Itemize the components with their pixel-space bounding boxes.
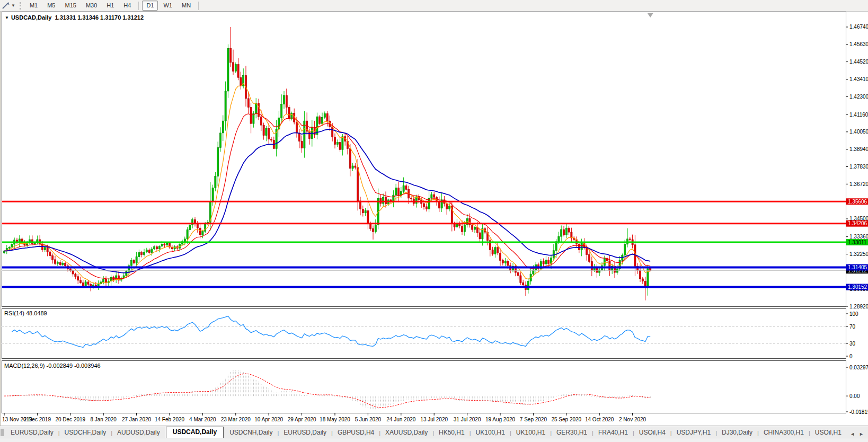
tab-eurusd-daily[interactable]: EURUSD,Daily (6, 428, 58, 438)
tab-usdcnh-daily[interactable]: USDCNH,Daily (225, 428, 277, 438)
svg-text:0.032972: 0.032972 (849, 365, 868, 370)
svg-text:1.46740: 1.46740 (849, 24, 868, 30)
svg-text:1.44520: 1.44520 (849, 59, 868, 65)
svg-text:4 Mar 2020: 4 Mar 2020 (189, 417, 216, 422)
tab-usdjpy-h1[interactable]: USDJPY,H1 (672, 428, 715, 438)
svg-text:1.32250: 1.32250 (849, 251, 868, 257)
timeframe-button-W1[interactable]: W1 (159, 1, 176, 11)
main-panel-border (2, 12, 846, 306)
svg-text:14 Oct 2020: 14 Oct 2020 (585, 417, 614, 422)
svg-text:70: 70 (849, 324, 856, 330)
chart-tabs: EURUSD,Daily|USDCHF,Daily|AUDUSD,DailyUS… (6, 427, 846, 438)
svg-text:1.43410: 1.43410 (849, 76, 868, 82)
svg-text:0.00: 0.00 (849, 393, 860, 399)
svg-text:25 Sep 2020: 25 Sep 2020 (551, 417, 581, 422)
tab-scroll-right-icon[interactable]: ► (859, 431, 864, 437)
svg-text:7 Sep 2020: 7 Sep 2020 (520, 417, 547, 422)
tab-usdchf-daily[interactable]: USDCHF,Daily (60, 428, 111, 438)
window-left-edge (0, 11, 1, 426)
timeframe-button-M30[interactable]: M30 (82, 1, 101, 11)
timeframe-button-M15[interactable]: M15 (60, 1, 80, 11)
svg-text:100: 100 (849, 311, 858, 317)
date-axis[interactable]: 13 Nov 20192 Dec 201920 Dec 20198 Jan 20… (2, 413, 646, 422)
chart-tabbar: EURUSD,Daily|USDCHF,Daily|AUDUSD,DailyUS… (0, 426, 868, 438)
level-price-tag-1.34206: 1.34206 (846, 220, 868, 227)
svg-text:18 May 2020: 18 May 2020 (320, 417, 350, 422)
svg-text:1.34206: 1.34206 (848, 220, 867, 226)
level-price-tag-1.30152: 1.30152 (846, 284, 868, 290)
trendline-tool-icon[interactable] (1, 2, 11, 10)
price-axis[interactable]: 1.467401.456301.445201.434101.423001.411… (846, 24, 868, 414)
chart-canvas[interactable]: 1.467401.456301.445201.434101.423001.411… (0, 0, 868, 426)
level-price-tag-1.31405: 1.31405 (846, 264, 868, 271)
timeframe-button-H1[interactable]: H1 (102, 1, 118, 11)
svg-text:1.35606: 1.35606 (848, 199, 867, 205)
chart-title: ▼USDCAD,Daily 1.31331 1.31346 1.31170 1.… (5, 14, 144, 21)
tab-dj30-daily[interactable]: DJ30,Daily (717, 428, 757, 438)
tab-hk50-h1[interactable]: HK50,H1 (434, 428, 470, 438)
svg-text:1.36720: 1.36720 (849, 181, 868, 187)
svg-text:1.33011: 1.33011 (848, 240, 867, 245)
tab-gbpusd-h4[interactable]: GBPUSD,H4 (333, 428, 379, 438)
svg-text:1.38940: 1.38940 (849, 146, 868, 152)
svg-text:1.41160: 1.41160 (849, 112, 868, 118)
status-bar (0, 438, 868, 442)
svg-text:-0.01815: -0.01815 (849, 409, 868, 415)
symbol-dropdown-icon[interactable]: ▼ (5, 15, 9, 20)
svg-text:27 Jan 2020: 27 Jan 2020 (122, 417, 151, 422)
svg-text:23 Mar 2020: 23 Mar 2020 (221, 417, 251, 422)
trading-terminal: { "toolbar": { "tool_icon": "trendline-t… (0, 0, 868, 442)
svg-text:13 Jul 2020: 13 Jul 2020 (420, 417, 448, 422)
tab-xauusd-daily[interactable]: XAUUSD,Daily (380, 428, 432, 438)
tab-uk100-h1[interactable]: UK100,H1 (471, 428, 510, 438)
macd-panel-border (2, 360, 846, 413)
svg-text:1.28920: 1.28920 (849, 304, 868, 310)
level-price-tag-1.33011: 1.33011 (846, 239, 868, 245)
timeframe-button-MN[interactable]: MN (178, 1, 195, 11)
toolbar-separator (138, 2, 139, 10)
timeframe-button-M1[interactable]: M1 (25, 1, 42, 11)
svg-text:10 Apr 2020: 10 Apr 2020 (254, 417, 283, 422)
svg-text:1.30152: 1.30152 (848, 284, 867, 290)
svg-text:29 Apr 2020: 29 Apr 2020 (288, 417, 316, 422)
svg-text:1.45630: 1.45630 (849, 41, 868, 47)
timeframe-buttons: M1M5M15M30H1H4D1W1MN (25, 1, 196, 11)
tab-uk100-h1[interactable]: UK100,H1 (511, 428, 550, 438)
svg-text:5 Jun 2020: 5 Jun 2020 (355, 417, 382, 422)
caret-down-icon[interactable]: ▼ (11, 3, 15, 8)
rsi-indicator-label: RSI(14) 48.0489 (4, 310, 47, 316)
svg-text:1.37830: 1.37830 (849, 164, 868, 170)
svg-text:8 Jan 2020: 8 Jan 2020 (90, 417, 117, 422)
svg-text:24 Jun 2020: 24 Jun 2020 (386, 417, 415, 422)
tab-eurusd-daily[interactable]: EURUSD,Daily (279, 428, 331, 438)
timeframe-button-H4[interactable]: H4 (119, 1, 135, 11)
svg-text:20 Dec 2019: 20 Dec 2019 (55, 417, 85, 422)
svg-text:30: 30 (849, 341, 856, 347)
timeframe-button-D1[interactable]: D1 (142, 1, 158, 11)
timeframe-button-M5[interactable]: M5 (43, 1, 59, 11)
tabbar-stub (1, 429, 4, 436)
macd-indicator-label: MACD(12,26,9) -0.002849 -0.003946 (4, 363, 101, 369)
tab-audusd-daily[interactable]: AUDUSD,Daily (112, 428, 165, 438)
rsi-panel-border (2, 308, 846, 358)
chart-ohlc-values: 1.31331 1.31346 1.31170 1.31212 (55, 14, 144, 21)
svg-text:31 Jul 2020: 31 Jul 2020 (454, 417, 481, 422)
svg-text:0: 0 (849, 353, 853, 359)
toolbar-separator (198, 2, 199, 10)
chart-symbol: USDCAD,Daily (11, 14, 51, 21)
tab-usoil-h1[interactable]: USOil,H1 (810, 428, 846, 438)
svg-text:2 Dec 2019: 2 Dec 2019 (24, 417, 51, 422)
tab-usoil-h4[interactable]: USOil,H4 (634, 428, 670, 438)
tab-china300-h1[interactable]: CHINA300,H1 (759, 428, 809, 438)
svg-text:14 Feb 2020: 14 Feb 2020 (155, 417, 185, 422)
toolbar-drag-handle[interactable] (20, 2, 21, 10)
period-toolbar: ▼ M1M5M15M30H1H4D1W1MN (0, 0, 868, 12)
svg-text:1.40050: 1.40050 (849, 129, 868, 135)
tab-ger30-h1[interactable]: GER30,H1 (552, 428, 592, 438)
svg-text:1.31405: 1.31405 (848, 264, 867, 270)
svg-text:2 Nov 2020: 2 Nov 2020 (619, 417, 646, 422)
svg-text:19 Aug 2020: 19 Aug 2020 (485, 417, 516, 422)
tab-usdcad-daily[interactable]: USDCAD,Daily (166, 427, 224, 438)
tab-scroll-left-icon[interactable]: ◄ (850, 431, 855, 437)
tab-fra40-h1[interactable]: FRA40,H1 (594, 428, 633, 438)
